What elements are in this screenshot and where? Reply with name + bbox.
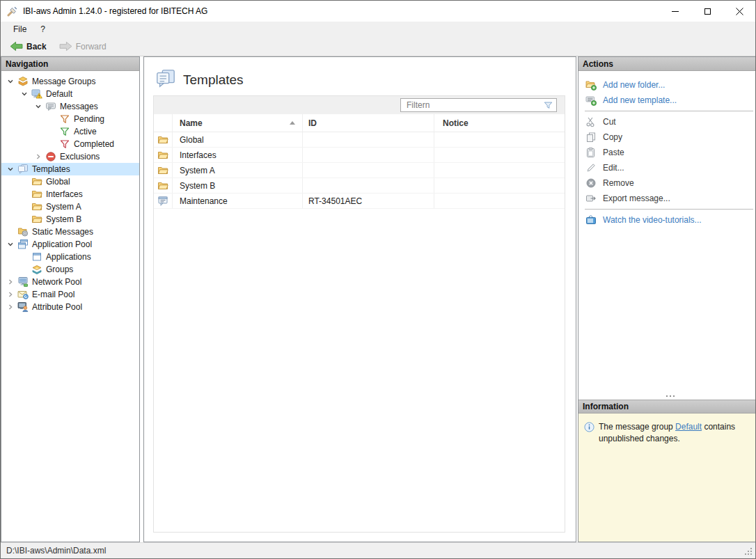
filter-input-box[interactable]: [400, 98, 557, 112]
export-message-action[interactable]: Export message...: [578, 191, 755, 206]
filter-funnel-icon[interactable]: [543, 100, 553, 110]
minimize-button[interactable]: [659, 1, 691, 22]
nav-item-messages[interactable]: Messages: [1, 100, 139, 113]
nav-item-default[interactable]: Default: [1, 88, 139, 100]
close-button[interactable]: [723, 1, 755, 22]
table-row[interactable]: System A: [154, 163, 565, 178]
minimize-icon: [672, 11, 679, 12]
splitter-grip-icon: [666, 395, 668, 397]
folder-icon: [157, 165, 168, 176]
edit-action[interactable]: Edit...: [578, 160, 755, 175]
info-icon: [584, 422, 594, 542]
nav-item-applications[interactable]: Applications: [1, 251, 139, 263]
templates-large-icon: [155, 68, 176, 91]
title-bar: IBI-aws Admin 1.24.0 - registered for IB…: [1, 1, 755, 22]
nav-item-interfaces[interactable]: Interfaces: [1, 188, 139, 200]
chevron-down-icon[interactable]: [4, 166, 17, 173]
default-group-link[interactable]: Default: [675, 422, 702, 432]
chevron-down-icon[interactable]: [32, 103, 45, 110]
groups-icon: [31, 264, 42, 275]
column-header-name[interactable]: Name: [173, 114, 303, 132]
nav-item-groups[interactable]: Groups: [1, 263, 139, 276]
forward-arrow-icon: [59, 41, 72, 52]
chevron-right-icon[interactable]: [32, 153, 45, 160]
chevron-right-icon[interactable]: [4, 304, 17, 310]
column-header-notice[interactable]: Notice: [434, 114, 565, 132]
actions-panel: Actions Add new folder... Add new templa…: [578, 56, 756, 542]
chevron-right-icon[interactable]: [4, 291, 17, 298]
add-new-folder-action[interactable]: Add new folder...: [578, 77, 755, 93]
back-label: Back: [26, 42, 47, 52]
forward-label: Forward: [76, 42, 107, 52]
nav-item-message-groups[interactable]: Message Groups: [1, 75, 139, 88]
add-folder-icon: [585, 79, 597, 90]
chevron-down-icon[interactable]: [18, 90, 31, 97]
information-header: Information: [578, 400, 755, 414]
remove-action[interactable]: Remove: [578, 175, 755, 191]
maximize-button[interactable]: [691, 1, 723, 22]
nav-item-network-pool[interactable]: Network Pool: [1, 276, 139, 288]
back-button[interactable]: Back: [5, 39, 52, 54]
applications-icon: [31, 251, 42, 262]
attribute-pool-icon: [17, 301, 29, 313]
table-row[interactable]: Interfaces: [154, 148, 565, 163]
message-groups-icon: [17, 76, 29, 87]
static-messages-icon: [17, 226, 29, 237]
navigation-header: Navigation: [1, 57, 139, 71]
nav-item-email-pool[interactable]: E-mail Pool: [1, 288, 139, 301]
table-row[interactable]: Maintenance RT-34501AEC: [154, 194, 565, 209]
toolbar: Back Forward: [1, 37, 755, 56]
template-icon: [157, 196, 168, 207]
add-new-template-action[interactable]: Add new template...: [578, 93, 755, 108]
email-pool-icon: [17, 289, 29, 300]
nav-item-attribute-pool[interactable]: Attribute Pool: [1, 301, 139, 313]
chevron-right-icon[interactable]: [4, 278, 17, 285]
column-icon: [154, 114, 173, 132]
app-icon: [7, 6, 18, 17]
filter-input[interactable]: [407, 100, 543, 110]
add-template-icon: [585, 95, 597, 106]
paste-action[interactable]: Paste: [578, 145, 755, 160]
nav-item-pending[interactable]: Pending: [1, 113, 139, 125]
folder-icon: [157, 180, 168, 191]
cut-action[interactable]: Cut: [578, 114, 755, 129]
maximize-icon: [704, 8, 711, 15]
forward-button[interactable]: Forward: [54, 39, 111, 54]
nav-item-exclusions[interactable]: Exclusions: [1, 150, 139, 163]
menu-help[interactable]: ?: [33, 22, 52, 37]
actions-separator: [585, 209, 753, 210]
nav-item-application-pool[interactable]: Application Pool: [1, 238, 139, 251]
actions-list: Add new folder... Add new template... Cu…: [578, 71, 755, 228]
nav-item-active[interactable]: Active: [1, 125, 139, 138]
chevron-down-icon[interactable]: [4, 241, 17, 248]
menu-file[interactable]: File: [6, 22, 33, 37]
nav-item-system-a[interactable]: System A: [1, 200, 139, 213]
nav-item-global[interactable]: Global: [1, 175, 139, 188]
navigation-panel: Navigation Message Groups Default Messag…: [1, 56, 140, 542]
watch-video-tutorials-action[interactable]: Watch the video-tutorials...: [578, 212, 755, 228]
copy-action[interactable]: Copy: [578, 129, 755, 145]
nav-item-static-messages[interactable]: Static Messages: [1, 226, 139, 238]
templates-icon: [17, 164, 29, 175]
folder-icon: [31, 176, 42, 187]
page-title: Templates: [183, 72, 244, 88]
table-row[interactable]: Global: [154, 132, 565, 148]
main-panel: Templates Name ID Notice Global: [143, 56, 576, 542]
resize-grip[interactable]: [744, 547, 753, 556]
nav-item-completed[interactable]: Completed: [1, 138, 139, 150]
back-arrow-icon: [10, 41, 23, 52]
application-pool-icon: [17, 239, 29, 250]
status-file-path: D:\IBI-aws\Admin\Data.xml: [6, 546, 106, 556]
column-header-id[interactable]: ID: [303, 114, 434, 132]
nav-item-templates[interactable]: Templates: [1, 163, 139, 175]
information-content: The message group Default contains unpub…: [578, 414, 755, 542]
folder-icon: [31, 189, 42, 200]
chevron-down-icon[interactable]: [4, 78, 17, 85]
nav-item-system-b[interactable]: System B: [1, 213, 139, 226]
templates-list-box: Name ID Notice Global Interfaces: [153, 95, 565, 533]
filter-bar: [154, 96, 565, 114]
panel-splitter[interactable]: [578, 393, 755, 400]
table-row[interactable]: System B: [154, 178, 565, 194]
folder-icon: [157, 150, 168, 161]
status-bar: D:\IBI-aws\Admin\Data.xml: [1, 542, 755, 558]
